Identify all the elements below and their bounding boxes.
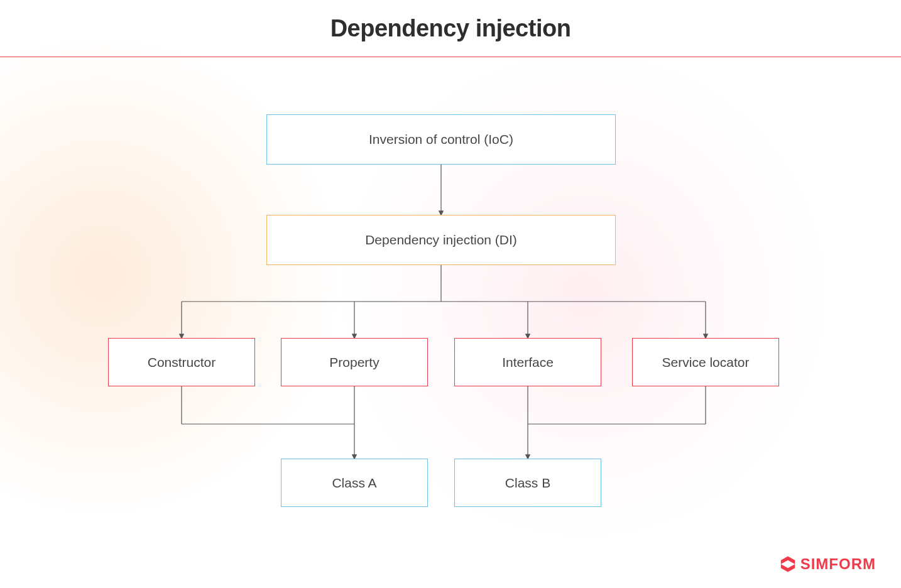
node-ioc: Inversion of control (IoC) [266,114,616,165]
node-interface: Interface [454,338,601,386]
node-service-locator: Service locator [632,338,779,386]
node-class-b: Class B [454,459,601,507]
brand-logo-icon [779,555,797,573]
node-di: Dependency injection (DI) [266,215,616,265]
node-constructor: Constructor [108,338,255,386]
page-title: Dependency injection [0,15,901,42]
brand-logo: SIMFORM [779,555,876,573]
brand-logo-text: SIMFORM [800,555,876,573]
svg-marker-18 [788,564,795,572]
svg-marker-15 [788,556,795,564]
svg-marker-17 [780,564,787,572]
diagram-canvas: Inversion of control (IoC) Dependency in… [0,57,901,588]
node-property: Property [281,338,428,386]
node-class-a: Class A [281,459,428,507]
svg-marker-16 [780,556,787,564]
